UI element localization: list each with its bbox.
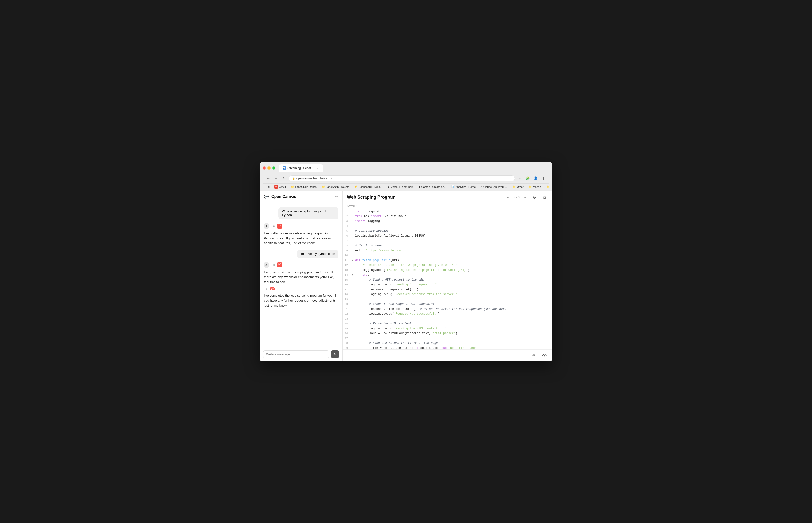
code-line: 1 import requests [343, 209, 553, 214]
line-number: 18 [344, 292, 352, 297]
lock-icon: 🔒 [292, 177, 295, 180]
tag-badge: 1× [277, 224, 282, 229]
bookmark-apps[interactable]: ⊞ [266, 185, 272, 189]
copy-btn[interactable]: ⧉ [271, 224, 276, 229]
bookmark-star-btn[interactable]: ☆ [517, 175, 523, 181]
line-content: logging.debug(f'Starting to fetch page t… [355, 268, 469, 272]
line-number: 10 [344, 253, 352, 258]
line-content: from bs4 import BeautifulSoup [355, 214, 406, 219]
line-content: # URL to scrape [355, 243, 382, 248]
bookmark-docs[interactable]: 📁 Docs [544, 185, 553, 189]
code-line: 21 response.raise_for_status() # Raises … [343, 307, 553, 311]
code-line: 20 # Check if the request was successful [343, 302, 553, 307]
line-number: 16 [344, 282, 352, 287]
profile-btn[interactable]: 👤 [533, 175, 539, 181]
line-content: logging.debug('Received response from th… [355, 292, 459, 297]
code-prev-btn[interactable]: ← [505, 194, 512, 200]
send-btn[interactable]: ➤ [331, 350, 339, 358]
line-number: 2 [344, 214, 352, 219]
bookmark-langchain-repos[interactable]: 📁 LangChain Repos [289, 185, 319, 189]
main-content: 💬 Open Canvas ✏ Write a web scraping pro… [259, 191, 553, 361]
copy-btn-2[interactable]: ⧉ [271, 263, 276, 267]
code-line: 2 from bs4 import BeautifulSoup [343, 214, 553, 219]
code-line: 27 [343, 336, 553, 341]
bookmark-carbon[interactable]: ◆ Carbon | Create an... [416, 185, 449, 189]
copy-code-btn[interactable]: ⧉ [540, 194, 548, 201]
line-content: logging.debug('Parsing the HTML content.… [355, 326, 447, 331]
bookmark-label: Gmail [279, 185, 286, 188]
minimize-window-btn[interactable] [267, 166, 271, 169]
code-body[interactable]: 1 import requests 2 from bs4 import Beau… [343, 209, 553, 349]
code-line: 22 logging.debug('Request was successful… [343, 311, 553, 317]
back-btn[interactable]: ← [266, 175, 271, 181]
code-nav: ← 3 / 3 → [505, 194, 528, 200]
line-number: 11 [344, 258, 352, 263]
assistant-header-2: A ⧉ 1× [264, 262, 338, 268]
browser-tab[interactable]: 💬 Streaming UI chat × [279, 164, 323, 172]
bookmark-gmail[interactable]: M Gmail [273, 185, 288, 189]
line-content: # Parse the HTML content [355, 321, 411, 326]
code-line: 19 [343, 297, 553, 302]
assistant-action-icons-2: ⧉ 1× [271, 263, 282, 267]
chat-title-area: 💬 Open Canvas [264, 194, 296, 199]
folder-icon: 📁 [322, 185, 325, 188]
line-number: 22 [344, 311, 352, 317]
chat-panel-title: Open Canvas [271, 194, 296, 199]
bookmark-other[interactable]: 📁 Other [510, 185, 526, 189]
extension-btn[interactable]: 🧩 [525, 175, 531, 181]
code-line: 23 [343, 317, 553, 321]
bookmark-langsmith[interactable]: 📁 LangSmith Projects [320, 185, 351, 189]
edit-chat-btn[interactable]: ✏ [335, 195, 338, 199]
line-number: 28 [344, 341, 352, 346]
code-line: 6 logging.basicConfig(level=logging.DEBU… [343, 233, 553, 238]
forward-btn[interactable]: → [273, 175, 279, 181]
bookmark-dashboard[interactable]: ⚡ Dashboard | Supa... [352, 185, 384, 189]
folder-icon: 📁 [546, 185, 550, 188]
bookmark-models[interactable]: 📁 Models [526, 185, 543, 189]
line-number: 5 [344, 229, 352, 233]
gmail-icon: M [274, 185, 278, 188]
tab-close-btn[interactable]: × [316, 166, 320, 170]
line-content: # Check if the request was successful [355, 302, 434, 307]
sub-copy-btn[interactable]: ⧉ [264, 286, 269, 291]
close-window-btn[interactable] [263, 166, 266, 169]
view-code-btn[interactable]: </> [541, 351, 548, 359]
line-number: 13 [344, 268, 352, 272]
code-header-actions: ⚙ ⧉ [530, 194, 548, 201]
maximize-window-btn[interactable] [272, 166, 275, 169]
bookmark-label: Dashboard | Supa... [358, 185, 382, 188]
assistant-avatar: A [264, 223, 269, 229]
bookmark-analytics[interactable]: 📊 Analytics | Home [449, 185, 477, 189]
line-number: 15 [344, 277, 352, 282]
edit-code-btn[interactable]: ✏ [530, 351, 538, 359]
reload-btn[interactable]: ↻ [281, 175, 287, 181]
line-content: response = requests.get(url) [355, 287, 418, 292]
claude-icon: A [481, 185, 482, 188]
code-saved-status: Saved ✓ [343, 204, 553, 209]
send-icon: ➤ [334, 353, 336, 356]
line-number: 29 [344, 346, 352, 349]
line-content: url = 'https://example.com' [355, 248, 402, 253]
line-content: import logging [355, 219, 380, 224]
chat-panel: 💬 Open Canvas ✏ Write a web scraping pro… [259, 191, 343, 361]
address-field[interactable]: 🔒 opencanvas.langchain.com [289, 175, 515, 181]
menu-btn[interactable]: ⋮ [540, 175, 546, 181]
code-next-btn[interactable]: → [522, 194, 528, 200]
line-number: 9 [344, 248, 352, 253]
line-number: 3 [344, 219, 352, 224]
code-line: 28 # Find and return the title of the pa… [343, 341, 553, 346]
code-line: 12 """Fetch the title of the webpage at … [343, 263, 553, 268]
assistant-avatar-2: A [264, 262, 269, 268]
line-number: 4 [344, 224, 352, 229]
bookmark-label: Other [517, 185, 524, 188]
settings-btn[interactable]: ⚙ [530, 194, 538, 201]
chat-input[interactable] [263, 350, 329, 358]
code-panel: Web Scraping Program ← 3 / 3 → ⚙ ⧉ Saved… [343, 191, 553, 361]
bookmark-label: Analytics | Home [455, 185, 475, 188]
address-text: opencanvas.langchain.com [296, 177, 332, 180]
chat-input-area: ➤ [259, 347, 342, 361]
bookmark-vercel[interactable]: ▲ Vercel | LangChain [385, 185, 416, 189]
bookmark-claude[interactable]: A Claude (Ant Work...) [479, 185, 509, 189]
bookmark-label: Vercel | LangChain [391, 185, 414, 188]
new-tab-btn[interactable]: + [324, 165, 330, 172]
